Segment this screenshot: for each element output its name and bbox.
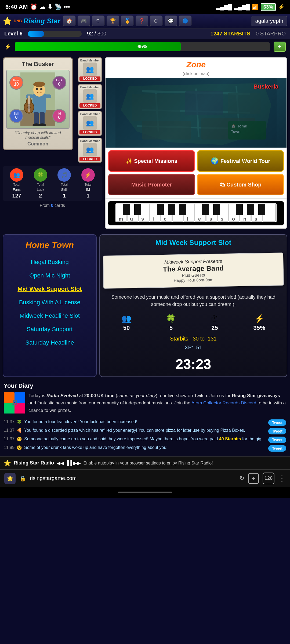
- diary-thumbnail-img: 🎵: [4, 392, 25, 414]
- midweek-skill-stat: ⏱ 25: [211, 314, 219, 331]
- zone-buttons: ✨ Special Missions 🌍 Festival World Tour…: [106, 148, 287, 198]
- band-member-1[interactable]: Band Member 👥 LOCKED: [78, 57, 102, 82]
- midweek-skill-icon: ⏱: [211, 314, 219, 323]
- svg-text:s: s: [209, 216, 212, 222]
- band-member-3[interactable]: Band Member 👥 LOCKED: [78, 111, 102, 136]
- energy-add-button[interactable]: +: [274, 42, 286, 52]
- midweek-energy-value: 35%: [253, 324, 265, 331]
- tweet-btn-1[interactable]: Tweet: [268, 419, 286, 426]
- svg-rect-53: [157, 204, 164, 215]
- skill-stat-icon: 🎵: [57, 168, 71, 182]
- music-promoter-button[interactable]: Music Promoter: [108, 174, 195, 195]
- nav-trophy-btn[interactable]: 🏆: [107, 16, 119, 26]
- festival-world-tour-button[interactable]: 🌍 Festival World Tour: [197, 150, 284, 172]
- nav-fb-btn[interactable]: 🔵: [179, 16, 191, 26]
- svg-text:🎵: 🎵: [11, 399, 18, 406]
- menu-saturday-headline[interactable]: Saturday Headline: [9, 336, 91, 349]
- nav-help-btn[interactable]: ❓: [136, 16, 148, 26]
- bolt-icon: ⚡: [4, 43, 11, 50]
- url-display[interactable]: risingstargame.com: [30, 475, 236, 481]
- nav-discord-btn[interactable]: 💬: [165, 16, 177, 26]
- band-member-2[interactable]: Band Member 👥 LOCKED: [78, 84, 102, 109]
- radio-forward-btn[interactable]: ▶▶: [73, 460, 81, 466]
- dna-label: DNB: [14, 19, 22, 23]
- charging-icon: ⚡: [278, 4, 285, 10]
- nav-home-btn[interactable]: 🏠: [63, 16, 75, 26]
- more-options-button[interactable]: ⋮: [278, 474, 286, 483]
- menu-saturday-support[interactable]: Saturday Support: [9, 323, 91, 336]
- menu-midweek-headline[interactable]: Midweek Headline Slot: [9, 309, 91, 323]
- browser-favicon: ⭐: [4, 473, 16, 484]
- logo-text: Rising Star: [23, 17, 60, 25]
- starbits-display[interactable]: 1247 STARBITS: [211, 31, 251, 37]
- diary-entry-2: 11:37 🍕 You found a discarded pizza whic…: [4, 428, 286, 434]
- custom-shop-button[interactable]: 🛍 Custom Shop: [197, 174, 284, 195]
- stat-badge-skill: Skill 0: [9, 109, 23, 123]
- starbits-reward: Starbits: 30 to 131: [100, 334, 287, 343]
- browser-bar: ⭐ 🔒 risingstargame.com ↻ + 126 ⋮: [0, 469, 290, 487]
- nav-icons: 🏠 🎮 🛡 🏆 🥇 ❓ ⬡ 💬 🔵: [63, 16, 191, 26]
- new-tab-button[interactable]: +: [248, 473, 259, 484]
- svg-text:c: c: [164, 216, 166, 222]
- tab-count-button[interactable]: 126: [263, 473, 274, 484]
- username-display[interactable]: agalaryepth: [251, 16, 287, 26]
- midweek-energy-stat: ⚡ 35%: [253, 314, 265, 331]
- level-progress-fill: [28, 31, 44, 37]
- card-rarity: Common: [6, 141, 70, 147]
- tweet-btn-4[interactable]: Tweet: [268, 445, 286, 452]
- band-member-icon-1: 👥: [83, 63, 97, 76]
- character-card: The Busker Fans 10 Luck 0 Skill: [3, 57, 73, 150]
- starpro-display[interactable]: 0 STARPRO: [256, 31, 286, 37]
- nav-hive-btn[interactable]: ⬡: [150, 16, 162, 26]
- special-missions-button[interactable]: ✨ Special Missions: [108, 150, 195, 172]
- card-character-name: The Busker: [6, 61, 70, 68]
- music-lessons-bar[interactable]: m u s i c l e s s o n s: [106, 198, 287, 228]
- nav-shield-btn[interactable]: 🛡: [92, 16, 104, 26]
- locked-banner-3: LOCKED: [79, 130, 100, 134]
- im-stat-icon: ⚡: [81, 168, 95, 182]
- nav-medal-btn[interactable]: 🥇: [121, 16, 133, 26]
- midweek-luck-icon: 🍀: [166, 314, 176, 323]
- energy-progress-bg: 65%: [15, 42, 270, 51]
- status-time: 6:40 AM ⏰ ☁ ⬇ 📡 •••: [5, 3, 70, 10]
- nav-gamepad-btn[interactable]: 🎮: [78, 16, 90, 26]
- zone-title: Zone: [106, 58, 287, 71]
- radio-controls: ◀◀ ▐▐ ▶▶: [57, 460, 81, 466]
- refresh-button[interactable]: ↻: [240, 475, 244, 482]
- stat-badge-im: IM 0: [52, 109, 66, 123]
- logo[interactable]: ⭐ DNB Rising Star: [3, 17, 60, 25]
- menu-midweek-support[interactable]: Mid Week Support Slot: [9, 282, 91, 296]
- band-member-4[interactable]: Band Member 👥 LOCKED: [78, 138, 102, 163]
- svg-rect-52: [134, 204, 141, 215]
- svg-text:m: m: [119, 216, 123, 222]
- menu-open-mic-night[interactable]: Open Mic Night: [9, 269, 91, 282]
- radio-pause-btn[interactable]: ▐▐: [65, 460, 72, 466]
- svg-text:e: e: [198, 216, 201, 222]
- zone-map[interactable]: 🏠 Home Town Buskeria: [106, 78, 287, 148]
- piano-container: m u s i c l e s s o n s: [108, 201, 284, 225]
- hometown-title: Home Town: [9, 240, 91, 250]
- svg-rect-28: [132, 94, 180, 121]
- top-nav: ⭐ DNB Rising Star 🏠 🎮 🛡 🏆 🥇 ❓ ⬡ 💬 🔵 agal…: [0, 14, 290, 28]
- svg-rect-8: [44, 94, 51, 98]
- character-stats-row: 👥 Total Fans 127 🍀 Total Luck 2 🎵 Total …: [3, 166, 102, 201]
- svg-rect-59: [247, 204, 254, 215]
- energy-bar: ⚡ 65% +: [0, 39, 290, 54]
- piano-keys-svg: m u s i c l e s s o n s: [110, 203, 282, 222]
- svg-text:n: n: [243, 216, 246, 222]
- hometown-panel: Home Town Illegal Busking Open Mic Night…: [3, 234, 97, 377]
- menu-busking-with-license[interactable]: Busking With A License: [9, 296, 91, 309]
- from-cards-text: From 0 cards: [3, 203, 102, 208]
- left-panel: The Busker Fans 10 Luck 0 Skill: [3, 57, 102, 229]
- svg-text:s: s: [221, 216, 223, 222]
- luck-stat-icon: 🍀: [34, 168, 47, 182]
- radio-rewind-btn[interactable]: ◀◀: [57, 460, 64, 466]
- tweet-btn-3[interactable]: Tweet: [268, 437, 286, 443]
- diary-entry-1: 11:37 🍀 You found a four leaf clover!! Y…: [4, 419, 286, 426]
- fans-stat-icon: 👥: [10, 168, 23, 182]
- stat-badge-luck: Luck 0: [52, 76, 66, 90]
- midweek-luck-value: 5: [169, 324, 173, 331]
- tweet-btn-2[interactable]: Tweet: [268, 428, 286, 434]
- svg-text:o: o: [232, 216, 235, 222]
- menu-illegal-busking[interactable]: Illegal Busking: [9, 255, 91, 269]
